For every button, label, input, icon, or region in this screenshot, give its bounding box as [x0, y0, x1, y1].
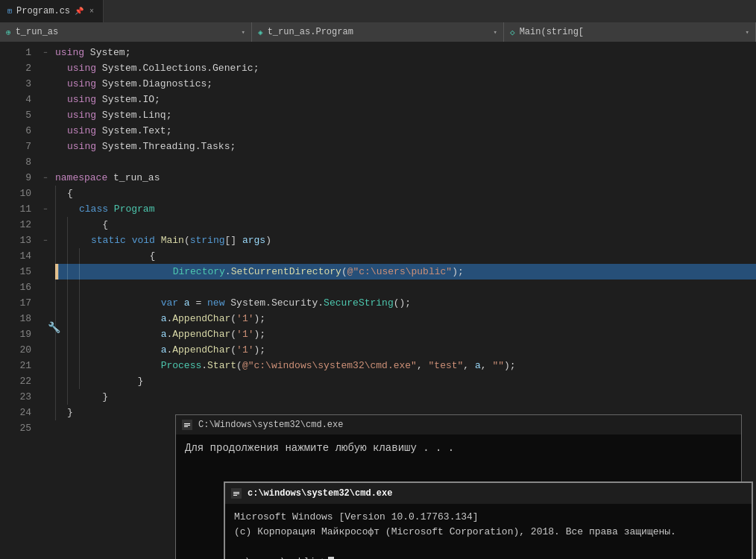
fold-btn-14	[40, 248, 51, 264]
cmd-bg-title: C:\Windows\system32\cmd.exe	[198, 420, 343, 430]
fold-btn-8	[40, 154, 51, 170]
tab-pin-icon[interactable]: 📌	[75, 7, 84, 16]
code-line-10: {	[55, 186, 756, 201]
breadcrumb-toolbar: ⊕ t_run_as ▾ ◈ t_run_as.Program ▾ ◇ Main…	[0, 22, 756, 42]
code-line-13: static void Main(string[] args)	[55, 233, 756, 248]
code-line-12: {	[55, 217, 756, 233]
fold-btn-12	[40, 217, 51, 233]
cmd-bg-titlebar: C:\Windows\system32\cmd.exe	[176, 415, 741, 435]
quick-fix-icon[interactable]: 🔧	[48, 321, 60, 334]
cmd-fg-line1: Microsoft Windows [Version 10.0.17763.13…	[234, 510, 743, 525]
cmd-fg-title: c:\windows\system32\cmd.exe	[248, 488, 392, 499]
tab-label: Program.cs	[16, 6, 70, 16]
cmd-foreground-window[interactable]: c:\windows\system32\cmd.exe Microsoft Wi…	[224, 481, 753, 559]
fold-btn-1[interactable]: −	[40, 45, 51, 60]
code-line-7: using System.Threading.Tasks;	[55, 139, 756, 154]
chevron-down-icon-3: ▾	[746, 28, 749, 37]
fold-btn-15	[40, 264, 51, 280]
title-bar: ⊞ Program.cs 📌 ×	[0, 0, 756, 22]
tab-file-icon: ⊞	[7, 7, 12, 16]
svg-rect-3	[184, 426, 188, 427]
code-line-9: namespace t_run_as	[55, 170, 756, 186]
code-line-6: using System.Text;	[55, 123, 756, 139]
code-line-11: class Program	[55, 201, 756, 217]
program-cs-tab[interactable]: ⊞ Program.cs 📌 ×	[0, 0, 104, 22]
code-line-17: var a = new System.Security.SecureString…	[55, 295, 756, 311]
method-label: Main(string[	[520, 27, 584, 37]
fold-btn-2	[40, 60, 51, 76]
code-line-14: {	[55, 248, 756, 264]
chevron-down-icon: ▾	[242, 28, 245, 37]
class-dropdown[interactable]: ◈ t_run_as.Program ▾	[252, 22, 504, 42]
fold-btn-17	[40, 295, 51, 311]
code-line-19: a.AppendChar('1');	[55, 326, 756, 342]
editor-area: 1 2 3 4 5 6 7 8 9 10 11 12 13 14 15 16 1…	[0, 42, 756, 559]
cmd-bg-line1: Для продолжения нажмите любую клавишу . …	[185, 442, 454, 454]
code-line-15: Directory.SetCurrentDirectory(@"c:\users…	[55, 264, 756, 280]
code-line-16	[55, 280, 756, 295]
method-dropdown[interactable]: ◇ Main(string[ ▾	[504, 22, 756, 42]
namespace-icon: ⊕	[6, 28, 11, 37]
cmd-fg-icon	[231, 488, 242, 499]
fold-btn-16	[40, 280, 51, 295]
code-line-22: }	[55, 373, 756, 389]
code-line-4: using System.IO;	[55, 92, 756, 107]
svg-rect-5	[233, 492, 239, 493]
fold-btn-21	[40, 358, 51, 373]
namespace-dropdown[interactable]: ⊕ t_run_as ▾	[0, 22, 252, 42]
class-label: t_run_as.Program	[268, 27, 353, 37]
cmd-bg-icon	[182, 420, 192, 430]
fold-btn-20	[40, 342, 51, 358]
chevron-down-icon-2: ▾	[494, 28, 497, 37]
fold-btn-10	[40, 186, 51, 201]
svg-rect-6	[233, 493, 239, 494]
cmd-fg-titlebar: c:\windows\system32\cmd.exe	[225, 483, 752, 504]
fold-btn-7	[40, 139, 51, 154]
tab-close-button[interactable]: ×	[88, 6, 95, 17]
method-icon: ◇	[510, 28, 515, 37]
cmd-fg-body: Microsoft Windows [Version 10.0.17763.13…	[225, 504, 752, 559]
class-icon: ◈	[258, 28, 263, 37]
fold-btn-13[interactable]: −	[40, 233, 51, 248]
code-line-20: a.AppendChar('1');	[55, 342, 756, 358]
cmd-bg-body: Для продолжения нажмите любую клавишу . …	[176, 435, 741, 462]
code-line-5: using System.Linq;	[55, 107, 756, 123]
svg-rect-7	[233, 495, 237, 496]
fold-btn-3	[40, 76, 51, 92]
code-line-23: }	[55, 389, 756, 405]
cmd-fg-line2: (c) Корпорация Майкрософт (Microsoft Cor…	[234, 525, 743, 540]
code-line-8	[55, 154, 756, 170]
fold-btn-9[interactable]: −	[40, 170, 51, 186]
line-numbers: 1 2 3 4 5 6 7 8 9 10 11 12 13 14 15 16 1…	[3, 42, 40, 559]
cmd-fg-prompt: c:\users\public>	[234, 555, 743, 559]
namespace-label: t_run_as	[16, 27, 59, 37]
code-line-3: using System.Diagnostics;	[55, 76, 756, 92]
code-line-1: using System;	[55, 45, 756, 60]
fold-btn-4	[40, 92, 51, 107]
code-line-2: using System.Collections.Generic;	[55, 60, 756, 76]
svg-rect-1	[184, 423, 190, 424]
fold-btn-6	[40, 123, 51, 139]
code-line-21: Process.Start(@"c:\windows\system32\cmd.…	[55, 358, 756, 373]
fold-btn-11[interactable]: −	[40, 201, 51, 217]
cursor	[328, 557, 334, 559]
fold-gutter: − − − −	[40, 42, 52, 559]
fold-btn-5	[40, 107, 51, 123]
code-line-18: a.AppendChar('1');	[55, 311, 756, 326]
svg-rect-2	[184, 425, 190, 426]
cmd-fg-line3	[234, 540, 743, 555]
